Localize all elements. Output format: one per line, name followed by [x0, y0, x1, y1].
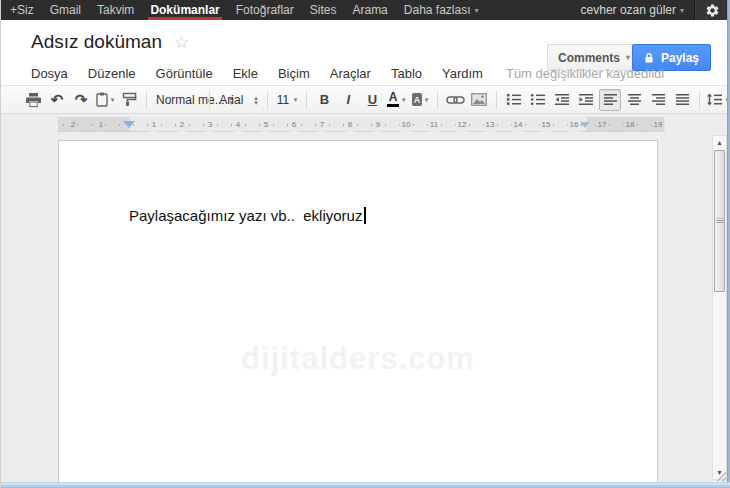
google-black-bar: +SizGmailTakvimDokümanlarFotoğraflarSite… [1, 0, 730, 20]
ruler[interactable]: 2112345678910111213141516171819 [58, 117, 658, 132]
menu-yardım[interactable]: Yardım [432, 64, 493, 83]
ruler-number: 18 [624, 117, 637, 132]
menu-dosya[interactable]: Dosya [21, 64, 78, 83]
undo-icon: ↶ [51, 92, 64, 107]
ruler-number: 14 [512, 117, 525, 132]
right-indent-marker[interactable] [580, 122, 590, 128]
paint-format-button[interactable] [118, 89, 140, 111]
toolbar: ↶ ↷ ▾ Normal me... ▴▾ Arial ▴▾ 11 ▾ B I … [1, 85, 730, 114]
font-dropdown[interactable]: Arial ▴▾ [216, 89, 260, 111]
decrease-indent-button[interactable] [551, 89, 573, 111]
increase-indent-button[interactable] [575, 89, 597, 111]
star-outline-icon[interactable]: ☆ [174, 32, 189, 53]
separator [496, 91, 497, 109]
insert-image-button[interactable] [468, 89, 490, 111]
justify-button[interactable] [671, 89, 693, 111]
insert-image-icon [471, 93, 487, 106]
scrollbar-grip [716, 219, 723, 224]
underline-icon: U [368, 92, 377, 107]
ruler-number: 9 [374, 117, 382, 132]
insert-link-button[interactable] [444, 89, 466, 111]
settings-button[interactable] [694, 0, 730, 20]
topbar-item-+siz[interactable]: +Siz [1, 0, 42, 20]
left-indent-marker[interactable] [123, 121, 135, 128]
bulleted-list-icon [530, 93, 546, 106]
document-area: 2112345678910111213141516171819 Paylaşac… [1, 114, 730, 482]
topbar-item-arama[interactable]: Arama [344, 0, 395, 20]
save-status: Tüm değişiklikler kaydedildi [506, 66, 664, 81]
account-menu[interactable]: cevher ozan güler ▾ [571, 0, 694, 20]
vertical-scrollbar[interactable]: ▲ ▼ [712, 135, 727, 480]
menu-ekle[interactable]: Ekle [223, 64, 268, 83]
ruler-number: 5 [262, 117, 270, 132]
numbered-list-icon [506, 93, 522, 106]
gear-icon [705, 3, 720, 18]
ruler-number: 3 [206, 117, 214, 132]
highlight-color-icon: A [412, 93, 421, 106]
ruler-number: 1 [150, 117, 158, 132]
link-icon [446, 95, 465, 105]
italic-icon: I [345, 92, 353, 107]
document-page[interactable]: Paylaşacağımız yazı vb.. ekliyoruz dijit… [58, 140, 658, 482]
topbar-item-dokümanlar[interactable]: Dokümanlar [142, 0, 227, 20]
ruler-number: 7 [318, 117, 326, 132]
text-color-button[interactable]: A ▾ [385, 89, 407, 111]
web-clipboard-button[interactable]: ▾ [94, 89, 116, 111]
ruler-number: 2 [69, 117, 77, 132]
numbered-list-button[interactable] [503, 89, 525, 111]
redo-button[interactable]: ↷ [70, 89, 92, 111]
ruler-number: 13 [484, 117, 497, 132]
ruler-number: 4 [234, 117, 242, 132]
paint-format-icon [122, 92, 137, 107]
menu-düzenle[interactable]: Düzenle [78, 64, 146, 83]
chevron-down-icon: ▾ [425, 96, 429, 104]
separator [146, 91, 147, 109]
styles-dropdown[interactable]: Normal me... ▴▾ [153, 89, 203, 111]
font-value: Arial [219, 93, 243, 107]
menu-görüntüle[interactable]: Görüntüle [146, 64, 223, 83]
scrollbar-thumb[interactable] [714, 150, 725, 292]
align-right-button[interactable] [647, 89, 669, 111]
ruler-number: 19 [652, 117, 665, 132]
print-button[interactable] [22, 89, 44, 111]
italic-button[interactable]: I [337, 89, 359, 111]
bold-button[interactable]: B [313, 89, 335, 111]
topbar-item-sites[interactable]: Sites [302, 0, 345, 20]
document-text[interactable]: Paylaşacağımız yazı vb.. ekliyoruz [129, 207, 366, 224]
font-size-dropdown[interactable]: 11 ▾ [274, 89, 301, 111]
topbar-right: cevher ozan güler ▾ [571, 0, 730, 20]
window-resize-grip[interactable] [716, 472, 726, 481]
align-left-button[interactable] [599, 89, 621, 111]
topbar-item-fotoğraflar[interactable]: Fotoğraflar [228, 0, 302, 20]
ruler-number: 16 [568, 117, 581, 132]
ruler-number: 15 [540, 117, 553, 132]
topbar-item-dahafazlası[interactable]: Daha fazlası▾ [396, 0, 487, 20]
topbar-item-gmail[interactable]: Gmail [42, 0, 89, 20]
font-size-value: 11 [277, 93, 289, 107]
align-center-button[interactable] [623, 89, 645, 111]
ruler-number: 10 [400, 117, 413, 132]
topbar-item-takvim[interactable]: Takvim [89, 0, 142, 20]
print-icon [25, 92, 42, 108]
menu-biçim[interactable]: Biçim [268, 64, 320, 83]
align-left-icon [603, 93, 618, 106]
line-spacing-icon [706, 93, 722, 106]
increase-indent-icon [578, 93, 594, 106]
menu-araçlar[interactable]: Araçlar [320, 64, 381, 83]
underline-button[interactable]: U [361, 89, 383, 111]
styles-value: Normal me... [156, 93, 225, 107]
ruler-number: 1 [97, 117, 105, 132]
highlight-color-button[interactable]: A ▾ [409, 89, 431, 111]
menu-tablo[interactable]: Tablo [381, 64, 432, 83]
doc-title[interactable]: Adsız doküman [31, 31, 162, 53]
bulleted-list-button[interactable] [527, 89, 549, 111]
align-center-icon [627, 93, 642, 106]
topbar-nav: +SizGmailTakvimDokümanlarFotoğraflarSite… [1, 0, 487, 20]
chevron-down-icon: ▾ [402, 96, 406, 104]
bold-icon: B [320, 92, 329, 107]
separator [209, 91, 210, 109]
undo-button[interactable]: ↶ [46, 89, 68, 111]
ruler-number: 6 [290, 117, 298, 132]
line-spacing-button[interactable]: ▾ [706, 89, 729, 111]
scroll-up-arrow-icon[interactable]: ▲ [713, 136, 726, 149]
